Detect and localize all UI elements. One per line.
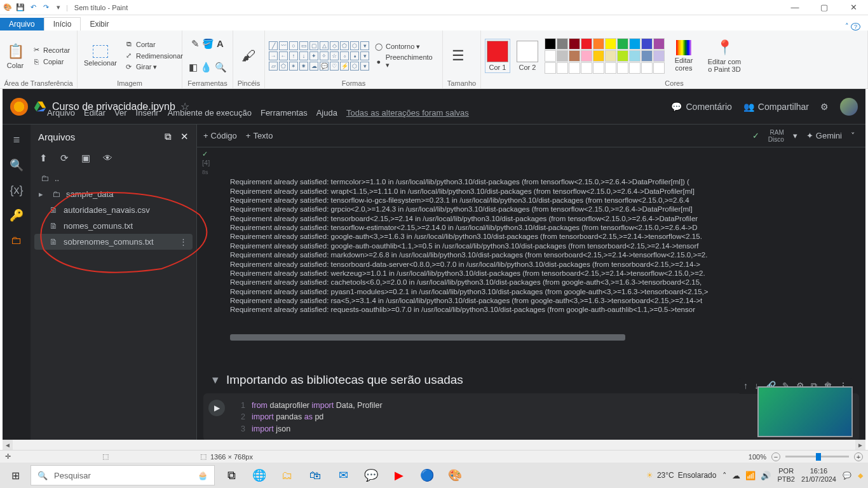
paste-button[interactable]: 📋 Colar: [4, 41, 27, 71]
mail-icon[interactable]: ✉: [330, 463, 356, 488]
output-hscroll[interactable]: [230, 334, 625, 341]
palette-empty[interactable]: [629, 62, 641, 74]
tab-view[interactable]: Exibir: [81, 18, 118, 30]
undo-icon[interactable]: ↶: [28, 3, 38, 13]
updir-row[interactable]: 🗀..: [34, 170, 193, 186]
palette-color[interactable]: [629, 50, 641, 62]
file-row[interactable]: ▸🗀sample_data: [34, 186, 193, 202]
file-row[interactable]: 🗎autoridades_navais.csv: [34, 202, 193, 218]
resource-meter[interactable]: RAMDisco: [768, 129, 784, 143]
store-icon[interactable]: 🛍: [302, 463, 328, 488]
edit-colors-button[interactable]: Editar cores: [668, 39, 699, 73]
tab-home[interactable]: Início: [44, 17, 81, 30]
crop-button[interactable]: ⧉Cortar: [123, 39, 184, 50]
edge-icon[interactable]: 🌐: [247, 463, 272, 488]
palette-color[interactable]: [569, 38, 580, 50]
colab-menu-item[interactable]: Ferramentas: [261, 108, 308, 118]
paint3d-button[interactable]: 📍 Editar com o Paint 3D: [703, 37, 746, 74]
palette-empty[interactable]: [653, 62, 665, 74]
color1-button[interactable]: Cor 1: [485, 39, 510, 73]
zoom-slider[interactable]: [785, 456, 849, 458]
palette-empty[interactable]: [605, 62, 616, 74]
palette-color[interactable]: [653, 38, 665, 50]
tray-clock[interactable]: 16:1621/07/2024: [801, 467, 836, 484]
palette-color[interactable]: [545, 50, 556, 62]
text-tool-icon[interactable]: A: [217, 38, 224, 49]
paint-task-icon[interactable]: 🎨: [442, 463, 468, 488]
resource-dropdown-icon[interactable]: ▾: [793, 131, 797, 140]
avatar[interactable]: [840, 98, 858, 116]
copy-button[interactable]: ⎘Copiar: [31, 57, 71, 67]
tray-chevron-icon[interactable]: ˄: [722, 471, 727, 480]
comment-button[interactable]: 💬Comentário: [671, 102, 731, 112]
brushes-button[interactable]: 🖌: [237, 46, 260, 66]
rotate-button[interactable]: ⟳Girar ▾: [123, 62, 184, 72]
palette-color[interactable]: [653, 50, 665, 62]
tray-lang[interactable]: PORPTB2: [777, 467, 795, 484]
colab-menu-item[interactable]: Arquivo: [47, 108, 75, 118]
file-row[interactable]: 🗎sobrenomes_comuns.txt⋮: [34, 234, 193, 250]
explorer-icon[interactable]: 🗂: [275, 463, 300, 488]
variables-icon[interactable]: {x}: [10, 184, 23, 197]
shapes-gallery[interactable]: ╱〰○▭▢△◇⬠⬡▾ →←↑↓✦✧☆⬨⬧▾ ▱⬠✶✷☁💬♡⚡⬡▾: [269, 41, 369, 71]
settings-icon[interactable]: ⚙: [820, 102, 829, 112]
video-thumbnail[interactable]: [757, 386, 853, 437]
start-button[interactable]: ⊞: [0, 463, 31, 488]
cut-button[interactable]: ✂Recortar: [31, 45, 71, 55]
picker-tool-icon[interactable]: 💧: [200, 62, 212, 73]
scroll-right-icon[interactable]: ►: [855, 440, 865, 450]
toolbar-chevron-icon[interactable]: ˅: [851, 131, 855, 140]
palette-empty[interactable]: [617, 62, 628, 74]
color-palette[interactable]: [545, 38, 665, 74]
close-panel-icon[interactable]: ✕: [180, 131, 189, 142]
fill-tool-icon[interactable]: 🪣: [202, 38, 214, 50]
minimize-button[interactable]: —: [780, 0, 810, 15]
files-rail-icon[interactable]: 🗀: [11, 234, 22, 247]
zoom-out-button[interactable]: −: [771, 452, 780, 461]
select-button[interactable]: Selecionar: [81, 44, 119, 68]
palette-color[interactable]: [557, 50, 568, 62]
palette-color[interactable]: [629, 38, 641, 50]
pencil-tool-icon[interactable]: ✎: [191, 38, 200, 50]
eraser-tool-icon[interactable]: ◧: [189, 62, 198, 73]
upload-icon[interactable]: ⬆: [39, 152, 48, 164]
palette-empty[interactable]: [581, 62, 592, 74]
toggle-hidden-icon[interactable]: 👁: [103, 152, 112, 164]
palette-color[interactable]: [617, 50, 628, 62]
palette-color[interactable]: [569, 50, 580, 62]
popout-icon[interactable]: ⧉: [165, 131, 172, 142]
save-icon[interactable]: 💾: [15, 3, 25, 13]
palette-empty[interactable]: [593, 62, 604, 74]
palette-color[interactable]: [617, 38, 628, 50]
onedrive-icon[interactable]: ☁: [732, 471, 740, 480]
chrome-icon[interactable]: 🔵: [414, 463, 440, 488]
volume-icon[interactable]: 🔊: [761, 471, 771, 480]
tray-extra-icon[interactable]: ◆: [858, 471, 863, 480]
palette-color[interactable]: [593, 38, 604, 50]
search-rail-icon[interactable]: 🔍: [10, 158, 24, 172]
palette-color[interactable]: [593, 50, 604, 62]
palette-color[interactable]: [557, 38, 568, 50]
palette-empty[interactable]: [545, 62, 556, 74]
canvas-hscroll[interactable]: ◄ ►: [3, 440, 865, 450]
fill-button[interactable]: ●Preenchimento ▾: [373, 53, 438, 70]
share-button[interactable]: 👥Compartilhar: [743, 102, 809, 112]
weather-widget[interactable]: ☀ 23°C Ensolarado: [646, 471, 717, 480]
palette-empty[interactable]: [569, 62, 580, 74]
youtube-icon[interactable]: ▶: [386, 463, 412, 488]
resize-button[interactable]: ⤢Redimensionar: [123, 51, 184, 61]
palette-color[interactable]: [545, 38, 556, 50]
color2-button[interactable]: Cor 2: [514, 39, 541, 72]
close-button[interactable]: ✕: [839, 0, 868, 15]
toc-icon[interactable]: ≡: [13, 133, 20, 147]
palette-color[interactable]: [605, 50, 616, 62]
task-view-icon[interactable]: ⧉: [219, 463, 244, 488]
whatsapp-icon[interactable]: 💬: [358, 463, 384, 488]
tab-file[interactable]: Arquivo: [0, 18, 44, 30]
zoom-in-button[interactable]: +: [854, 452, 863, 461]
palette-color[interactable]: [641, 38, 653, 50]
paint-canvas[interactable]: Curso de privacidade.ipynb ☆ 💬Comentário…: [3, 89, 865, 440]
colab-menu-item[interactable]: Inserir: [136, 108, 159, 118]
refresh-icon[interactable]: ⟳: [60, 152, 69, 164]
outline-button[interactable]: ◯Contorno ▾: [373, 41, 438, 51]
